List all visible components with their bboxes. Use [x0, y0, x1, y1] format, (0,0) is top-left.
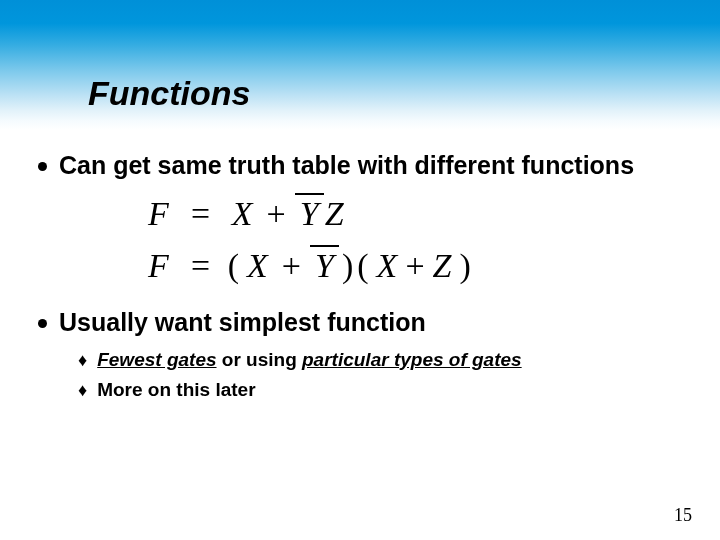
bullet-dot-icon: [38, 162, 47, 171]
eq1-equals: =: [175, 195, 226, 233]
eq2-x2: X: [371, 247, 404, 285]
eq2-lp1: (: [226, 247, 241, 285]
diamond-icon: ♦: [78, 377, 87, 403]
eq2-rp2: ): [458, 247, 473, 285]
equation-1: F = X + Y Z: [142, 195, 682, 233]
eq1-lhs: F: [142, 195, 175, 233]
slide-content: Can get same truth table with different …: [38, 150, 682, 407]
eq2-ybar: Y: [309, 247, 340, 285]
eq1-plus: +: [259, 195, 294, 233]
bullet-1: Can get same truth table with different …: [38, 150, 682, 181]
equation-2: F = ( X + Y ) ( X + Z ): [142, 247, 682, 285]
sub-bullet-1: ♦ Fewest gates or using particular types…: [78, 347, 682, 373]
sub1-underline-2: particular types of gates: [302, 349, 522, 370]
bullet-dot-icon: [38, 319, 47, 328]
slide-title: Functions: [88, 74, 250, 113]
eq1-ybar: Y: [294, 195, 325, 233]
eq2-lhs: F: [142, 247, 175, 285]
eq1-z: Z: [325, 195, 350, 233]
page-number: 15: [674, 505, 692, 526]
eq1-x: X: [226, 195, 259, 233]
eq2-z: Z: [427, 247, 458, 285]
sub1-underline-1: Fewest gates: [97, 349, 216, 370]
eq2-plus1: +: [274, 247, 309, 285]
eq2-equals: =: [175, 247, 226, 285]
eq2-plus2: +: [403, 247, 426, 285]
sub-bullet-2-text: More on this later: [97, 377, 255, 403]
bullet-2: Usually want simplest function: [38, 307, 682, 338]
sub-bullet-1-text: Fewest gates or using particular types o…: [97, 347, 521, 373]
bullet-2-text: Usually want simplest function: [59, 307, 426, 338]
equations-block: F = X + Y Z F = ( X + Y ) ( X + Z ): [142, 195, 682, 285]
diamond-icon: ♦: [78, 347, 87, 373]
eq2-lp2: (: [355, 247, 370, 285]
eq2-x1: X: [241, 247, 274, 285]
eq2-rp1: ): [340, 247, 355, 285]
bullet-1-text: Can get same truth table with different …: [59, 150, 634, 181]
sub1-mid: or using: [217, 349, 303, 370]
sub-bullet-2: ♦ More on this later: [78, 377, 682, 403]
